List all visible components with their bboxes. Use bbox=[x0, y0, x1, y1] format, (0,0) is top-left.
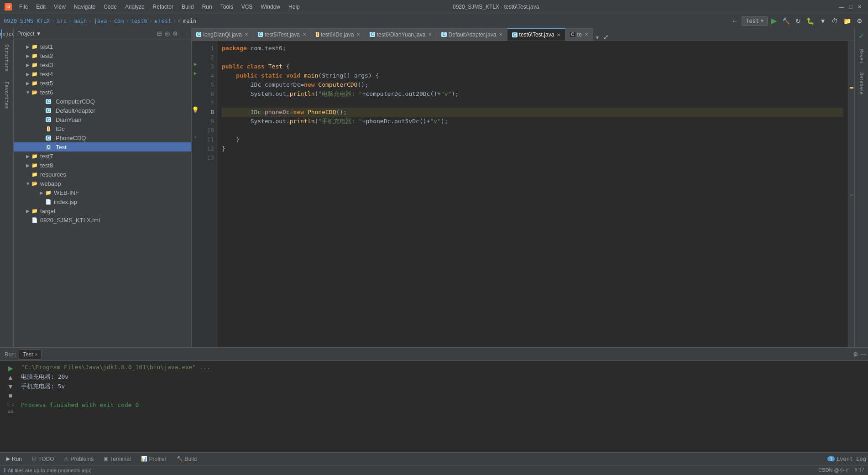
locate-button[interactable]: ◎ bbox=[164, 29, 171, 38]
tree-item-idc[interactable]: I IDc bbox=[14, 124, 191, 133]
tree-item-webapp[interactable]: ▼ 📂 webapp bbox=[14, 179, 191, 188]
menu-view[interactable]: View bbox=[50, 3, 69, 11]
tree-item-target[interactable]: ▶ 📁 target bbox=[14, 206, 191, 215]
window-controls[interactable]: — □ ✕ bbox=[838, 3, 863, 10]
maximize-button[interactable]: □ bbox=[847, 3, 854, 10]
breadcrumb-java[interactable]: java bbox=[94, 18, 107, 24]
run-panel-settings[interactable]: ⚙ bbox=[853, 351, 858, 358]
breadcrumb-project[interactable]: 0920_SJMS_KTLX bbox=[4, 18, 50, 24]
collapse-icon[interactable]: ▾ bbox=[194, 135, 197, 140]
menu-window[interactable]: Window bbox=[257, 3, 284, 11]
tree-item-test1[interactable]: ▶ 📁 test1 bbox=[14, 42, 191, 51]
more-tabs-button[interactable]: ▼ bbox=[594, 35, 601, 41]
scroll-down-button[interactable]: ▼ bbox=[7, 383, 14, 390]
menu-refactor[interactable]: Refactor bbox=[149, 3, 177, 11]
rerun-button[interactable]: ▶ bbox=[8, 365, 13, 372]
tree-item-indexjsp[interactable]: 📄 index.jsp bbox=[14, 197, 191, 206]
tree-item-test[interactable]: C Test bbox=[14, 142, 191, 151]
event-log-button[interactable]: 1 Event Log bbox=[827, 456, 866, 462]
code-content[interactable]: package com.test6; public class Test { bbox=[217, 41, 848, 347]
menu-build[interactable]: Build bbox=[178, 3, 198, 11]
tree-item-iml[interactable]: 📄 0920_SJMS_KTLX.iml bbox=[14, 215, 191, 224]
reload-button[interactable]: ↻ bbox=[794, 16, 803, 26]
tab-close-button[interactable]: ✕ bbox=[499, 32, 502, 37]
menu-analyze[interactable]: Analyze bbox=[121, 3, 148, 11]
tree-item-defaultadapter[interactable]: C DefaultAdapter bbox=[14, 106, 191, 115]
tree-item-test4[interactable]: ▶ 📁 test4 bbox=[14, 69, 191, 78]
profiler-nav-button[interactable]: 📊 Profiler bbox=[136, 455, 171, 463]
minimize-button[interactable]: — bbox=[838, 3, 845, 10]
more-options-button[interactable]: ≡≡ bbox=[8, 409, 14, 414]
tree-item-test6[interactable]: ▼ 📂 test6 bbox=[14, 88, 191, 97]
tree-item-phonecdq[interactable]: C PhoneCDQ bbox=[14, 133, 191, 142]
tree-item-test5[interactable]: ▶ 📁 test5 bbox=[14, 78, 191, 88]
tab-close-button[interactable]: ✕ bbox=[557, 32, 560, 37]
breadcrumb-method[interactable]: main bbox=[183, 18, 196, 24]
collapse-all-button[interactable]: ⊟ bbox=[156, 29, 163, 38]
run-tab[interactable]: Test ✕ bbox=[19, 350, 42, 360]
tab-close-button[interactable]: ✕ bbox=[428, 32, 432, 37]
run-gutter-icon[interactable]: ▶ bbox=[194, 61, 197, 67]
menu-tools[interactable]: Tools bbox=[217, 3, 237, 11]
scroll-up-button[interactable]: ▲ bbox=[7, 374, 14, 381]
menu-file[interactable]: File bbox=[16, 3, 31, 11]
tree-item-test7[interactable]: ▶ 📁 test7 bbox=[14, 151, 191, 161]
breadcrumb-main[interactable]: main bbox=[73, 18, 87, 24]
tab-test5[interactable]: C test5\Test.java ✕ bbox=[253, 28, 311, 41]
maximize-editor-button[interactable]: ⤢ bbox=[601, 33, 611, 41]
maven-panel-toggle[interactable]: Maven bbox=[856, 42, 868, 70]
tab-defaultadapter[interactable]: C DefaultAdapter.java ✕ bbox=[437, 28, 507, 41]
tab-close-button[interactable]: ✕ bbox=[585, 32, 588, 37]
vcs-button[interactable]: 📁 bbox=[842, 16, 853, 26]
tree-settings-button[interactable]: ⚙ bbox=[172, 29, 179, 38]
hide-panel-button[interactable]: ― bbox=[180, 29, 188, 38]
tab-close-button[interactable]: ✕ bbox=[245, 32, 248, 37]
favorites-panel-toggle[interactable]: Favorites bbox=[1, 77, 13, 114]
run-button[interactable]: ▶ bbox=[769, 16, 779, 26]
breadcrumb-src[interactable]: src bbox=[57, 18, 67, 24]
project-panel-toggle[interactable]: Project bbox=[1, 29, 13, 39]
tab-iongdianqi[interactable]: C iongDianQi.java ✕ bbox=[192, 28, 253, 41]
menu-help[interactable]: Help bbox=[285, 3, 303, 11]
tab-close-button[interactable]: ✕ bbox=[356, 32, 360, 37]
settings-button[interactable]: ⚙ bbox=[855, 16, 864, 26]
tree-item-resources[interactable]: 📁 resources bbox=[14, 170, 191, 179]
breadcrumb-com[interactable]: com bbox=[114, 18, 124, 24]
gutter-run-4[interactable]: ▶ bbox=[192, 68, 199, 78]
tab-test6[interactable]: C test6\Test.java ✕ bbox=[507, 28, 565, 41]
gutter-run-3[interactable]: ▶ bbox=[192, 59, 199, 68]
todo-nav-button[interactable]: ☑ TODO bbox=[27, 455, 58, 463]
coverage-button[interactable]: ▼ bbox=[818, 16, 828, 26]
tree-item-test8[interactable]: ▶ 📁 test8 bbox=[14, 161, 191, 170]
debug-button[interactable]: 🐛 bbox=[805, 16, 816, 26]
menu-navigate[interactable]: Navigate bbox=[70, 3, 99, 11]
close-button[interactable]: ✕ bbox=[856, 3, 863, 10]
problems-nav-button[interactable]: ⚠ Problems bbox=[59, 455, 98, 463]
build-nav-button[interactable]: 🔨 Build bbox=[172, 455, 202, 463]
tree-item-test2[interactable]: ▶ 📁 test2 bbox=[14, 51, 191, 60]
more-actions-button[interactable]: ⋮⋮ bbox=[5, 401, 16, 407]
structure-panel-toggle[interactable]: Structure bbox=[1, 40, 13, 76]
database-panel-toggle[interactable]: Database bbox=[856, 70, 868, 97]
menu-edit[interactable]: Edit bbox=[32, 3, 49, 11]
run-gutter-icon[interactable]: ▶ bbox=[194, 70, 197, 76]
tree-item-test3[interactable]: ▶ 📁 test3 bbox=[14, 60, 191, 69]
menu-run[interactable]: Run bbox=[199, 3, 216, 11]
breadcrumb-class[interactable]: Test bbox=[158, 18, 172, 24]
menu-bar[interactable]: File Edit View Navigate Code Analyze Ref… bbox=[16, 3, 303, 11]
tab-dianyuan[interactable]: C test6\DianYuan.java ✕ bbox=[365, 28, 437, 41]
run-tab-close[interactable]: ✕ bbox=[35, 352, 37, 357]
tree-item-dianyuan[interactable]: C DianYuan bbox=[14, 115, 191, 124]
tab-te[interactable]: C te ✕ bbox=[565, 28, 593, 41]
run-nav-button[interactable]: ▶ Run bbox=[2, 455, 26, 463]
build-button[interactable]: 🔨 bbox=[780, 16, 792, 26]
stop-button[interactable]: ■ bbox=[9, 392, 12, 399]
menu-vcs[interactable]: VCS bbox=[238, 3, 256, 11]
run-panel-minimize[interactable]: ― bbox=[860, 351, 866, 358]
tab-idc[interactable]: I test6\IDc.java ✕ bbox=[311, 28, 365, 41]
tree-item-computercdq[interactable]: C ComputerCDQ bbox=[14, 97, 191, 106]
scroll-indicator[interactable] bbox=[848, 41, 854, 347]
terminal-nav-button[interactable]: ▣ Terminal bbox=[99, 455, 135, 463]
tab-close-button[interactable]: ✕ bbox=[303, 32, 306, 37]
tree-item-webinf[interactable]: ▶ 📁 WEB-INF bbox=[14, 188, 191, 197]
